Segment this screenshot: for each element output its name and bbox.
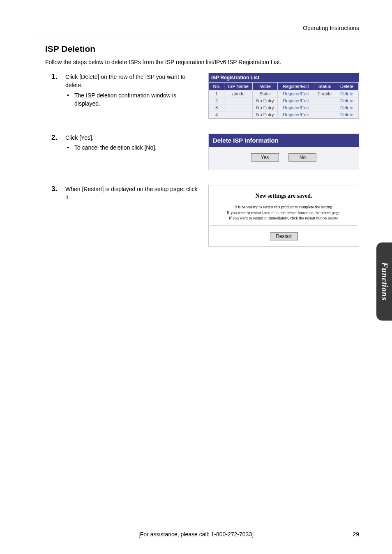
isp-table-header-row: No. ISP Name Mode Register/Edit Status D… (209, 83, 359, 90)
step-2-bullet: • To cancel the deletion click [No]. (65, 143, 203, 152)
step-3-right: New settings are saved. It is necessary … (203, 185, 359, 247)
bullet-dot: • (65, 91, 74, 108)
cell-status (314, 104, 335, 111)
step-1-left: 1. Click [Delete] on the row of the ISP … (51, 73, 203, 108)
cell-status: Enable (314, 90, 335, 97)
restart-note-line3: If you want to restart it immediately, c… (229, 216, 339, 220)
table-row: 1 abcde Static Register/Edit Enable Dele… (209, 90, 359, 97)
step-3-left: 3. When [Restart] is displayed on the se… (51, 185, 203, 202)
delete-link[interactable]: Delete (335, 111, 359, 118)
table-row: 2 No Entry Register/Edit Delete (209, 97, 359, 104)
th-delete: Delete (335, 83, 359, 90)
side-tab-label: Functions (380, 262, 389, 300)
delete-link[interactable]: Delete (335, 97, 359, 104)
bullet-dot: • (65, 143, 74, 152)
th-reg: Register/Edit (278, 83, 314, 90)
cell-no: 4 (209, 111, 224, 118)
cell-no: 3 (209, 104, 224, 111)
step-3-text: When [Restart] is displayed on the setup… (65, 185, 203, 202)
restart-button[interactable]: Restart (270, 232, 298, 240)
isp-table: No. ISP Name Mode Register/Edit Status D… (209, 82, 359, 118)
register-edit-link[interactable]: Register/Edit (278, 104, 314, 111)
step-1-bullet: • The ISP deletion confirmation window i… (65, 91, 203, 108)
yes-button[interactable]: Yes (251, 153, 279, 162)
th-name: ISP Name (224, 83, 253, 90)
th-mode: Mode (253, 83, 278, 90)
cell-mode: No Entry (253, 104, 278, 111)
cell-mode: Static (253, 90, 278, 97)
register-edit-link[interactable]: Register/Edit (278, 111, 314, 118)
settings-saved-text: New settings are saved. (214, 193, 353, 199)
step-1-right: ISP Registration List No. ISP Name Mode … (203, 73, 359, 119)
steps: 1. Click [Delete] on the row of the ISP … (51, 73, 359, 247)
header-right: Operating Instructions (33, 25, 359, 31)
footer: [For assistance, please call: 1-800-272-… (33, 531, 359, 538)
header-rule (33, 34, 359, 34)
section-intro: Follow the steps below to delete ISPs fr… (45, 59, 359, 65)
section-title: ISP Deletion (45, 44, 359, 54)
restart-panel-inner: New settings are saved. It is necessary … (210, 187, 357, 226)
register-edit-link[interactable]: Register/Edit (278, 90, 314, 97)
isp-panel-title: ISP Registration List (209, 73, 359, 82)
restart-note: It is necessary to restart this product … (214, 204, 353, 221)
restart-button-row: Restart (209, 227, 359, 246)
cell-no: 1 (209, 90, 224, 97)
restart-note-line1: It is necessary to restart this product … (234, 205, 333, 209)
cell-status (314, 111, 335, 118)
step-1: 1. Click [Delete] on the row of the ISP … (51, 73, 359, 119)
step-3-number: 3. (51, 185, 65, 193)
restart-panel: New settings are saved. It is necessary … (208, 185, 359, 247)
cell-no: 2 (209, 97, 224, 104)
cell-name: abcde (224, 90, 253, 97)
cell-name (224, 111, 253, 118)
step-2-right: Delete ISP Information Yes No (203, 134, 359, 170)
step-2: 2. Click [Yes]. • To cancel the deletion… (51, 134, 359, 170)
th-no: No. (209, 83, 224, 90)
step-2-bullet-text: To cancel the deletion click [No]. (74, 143, 157, 152)
restart-note-line2: If you want to restart later, click the … (227, 210, 341, 215)
step-1-text: Click [Delete] on the row of the ISP you… (65, 73, 203, 108)
step-1-number: 1. (51, 73, 65, 81)
step-2-text: Click [Yes]. • To cancel the deletion cl… (65, 134, 203, 152)
delete-panel-title: Delete ISP Information (209, 134, 359, 147)
cell-mode: No Entry (253, 111, 278, 118)
delete-link[interactable]: Delete (335, 90, 359, 97)
table-row: 4 No Entry Register/Edit Delete (209, 111, 359, 118)
step-2-left: 2. Click [Yes]. • To cancel the deletion… (51, 134, 203, 152)
table-row: 3 No Entry Register/Edit Delete (209, 104, 359, 111)
cell-name (224, 104, 253, 111)
isp-registration-panel: ISP Registration List No. ISP Name Mode … (208, 73, 359, 119)
cell-status (314, 97, 335, 104)
page: Operating Instructions ISP Deletion Foll… (0, 0, 392, 554)
register-edit-link[interactable]: Register/Edit (278, 97, 314, 104)
delete-link[interactable]: Delete (335, 104, 359, 111)
step-3: 3. When [Restart] is displayed on the se… (51, 185, 359, 247)
step-1-bullet-text: The ISP deletion confirmation window is … (74, 91, 200, 108)
footer-assistance: [For assistance, please call: 1-800-272-… (33, 531, 359, 538)
step-1-main: Click [Delete] on the row of the ISP you… (65, 74, 185, 88)
cell-mode: No Entry (253, 97, 278, 104)
step-3-main: When [Restart] is displayed on the setup… (65, 186, 197, 201)
step-2-number: 2. (51, 134, 65, 142)
side-tab-functions: Functions (376, 242, 392, 321)
th-status: Status (314, 83, 335, 90)
delete-isp-panel: Delete ISP Information Yes No (208, 134, 359, 170)
delete-panel-buttons: Yes No (209, 147, 359, 170)
step-2-main: Click [Yes]. (65, 134, 94, 141)
cell-name (224, 97, 253, 104)
no-button[interactable]: No (288, 153, 316, 162)
